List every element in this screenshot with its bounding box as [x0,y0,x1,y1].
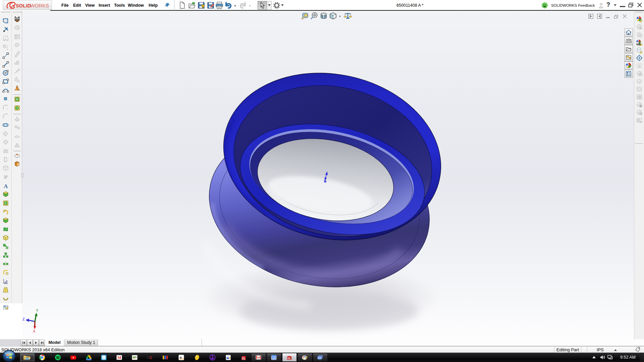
svg-text:P: P [16,98,18,101]
svg-text:2018: 2018 [287,358,291,360]
svg-text:X: X [33,329,36,333]
svg-text:WORKS: WORKS [30,3,49,8]
svg-text:M: M [117,355,121,360]
svg-text:1 2 3: 1 2 3 [3,35,8,38]
svg-text:P: P [5,202,7,204]
svg-text:28: 28 [272,357,275,360]
svg-text:Y: Y [36,308,39,312]
svg-text:2018: 2018 [242,358,246,360]
svg-text:3: 3 [7,48,8,50]
svg-text:SOLID: SOLID [16,3,31,8]
svg-text:A: A [4,183,8,189]
svg-text:!: ! [202,6,203,9]
svg-text:G: G [147,356,150,360]
svg-text:Z: Z [22,317,25,321]
svg-text:C: C [150,356,152,360]
